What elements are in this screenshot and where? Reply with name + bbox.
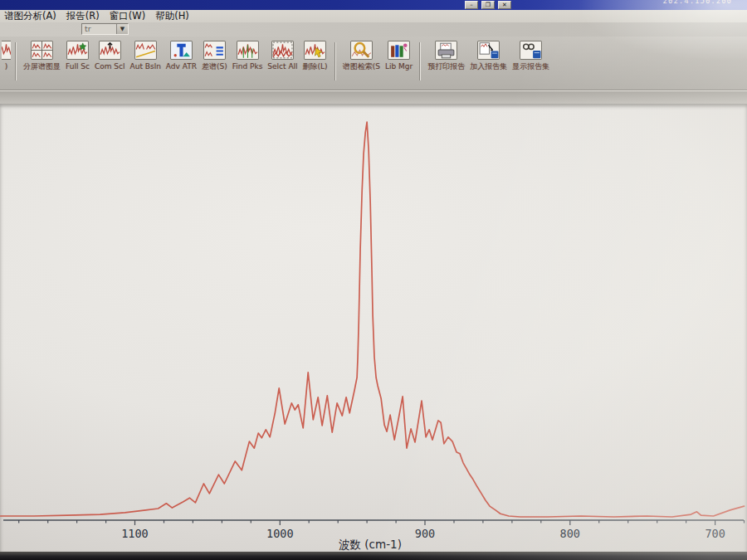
toolbar-button-label: Aut Bsln [130, 62, 161, 71]
spectrum-view: 11001000900800700波数 (cm-1) [0, 104, 747, 552]
toolbar-chart-divider [0, 90, 747, 104]
toolbar-button-auto-baseline[interactable]: Aut Bsln [128, 41, 164, 71]
menu-item-1[interactable]: 报告(R) [63, 10, 106, 22]
main-toolbar: )分屏谱图显Full ScCom SclAut BslnAdv ATR差谱(S)… [0, 37, 747, 90]
photo-timestamp: 202.4.150.200 [663, 0, 732, 5]
toolbar-button-label-peaks[interactable]: 删除(L) [300, 41, 330, 71]
toolbar-button-label: 分屏谱图显 [23, 62, 61, 71]
spectral-search-icon [350, 41, 373, 60]
toolbar-button-print-report[interactable]: 预打印报告 [425, 41, 467, 71]
menu-bar: 谱图分析(A)报告(R)窗口(W)帮助(H) [0, 10, 747, 22]
toolbar-separator [419, 42, 421, 80]
toolbar-button-show-report[interactable]: 显示报告集 [510, 41, 552, 71]
application-window: 202.4.150.200 – ❐ ✕ 谱图分析(A)报告(R)窗口(W)帮助(… [0, 0, 747, 560]
spectrum-selector-dropdown[interactable]: tr ▼ [81, 23, 129, 35]
advanced-atr-icon [170, 41, 193, 60]
toolbar-button-label: 加入报告集 [470, 62, 507, 71]
toolbar-button-advanced-atr[interactable]: Adv ATR [164, 41, 199, 71]
library-manager-icon [388, 41, 410, 60]
x-axis-tick-label: 700 [705, 527, 725, 540]
clipped-icon [2, 41, 11, 60]
secondary-toolbar: tr ▼ [0, 22, 747, 37]
toolbar-button-label: Lib Mgr [385, 62, 413, 71]
subtract-icon [203, 41, 226, 60]
toolbar-button-clipped[interactable]: ) [2, 41, 11, 71]
spectrum-chart: 11001000900800700波数 (cm-1) [0, 104, 747, 552]
title-bar: 202.4.150.200 – ❐ ✕ [0, 0, 747, 10]
show-report-icon [520, 41, 542, 60]
restore-button[interactable]: ❐ [481, 1, 495, 9]
toolbar-button-label: Find Pks [232, 62, 263, 71]
window-controls: – ❐ ✕ [465, 1, 511, 9]
dropdown-arrow-icon[interactable]: ▼ [116, 24, 128, 34]
toolbar-button-label: 删除(L) [303, 62, 328, 71]
x-axis-title: 波数 (cm-1) [339, 538, 402, 551]
x-axis-tick-label: 1000 [266, 527, 294, 540]
label-peaks-icon [304, 41, 326, 60]
screen-bottom-edge [0, 552, 747, 560]
split-display-icon [31, 41, 53, 60]
spectrum-selector-value: tr [82, 24, 116, 34]
add-to-report-icon [477, 41, 500, 60]
auto-baseline-icon [134, 41, 157, 60]
toolbar-button-label: Selct All [267, 62, 297, 71]
toolbar-button-label: 显示报告集 [512, 62, 549, 71]
close-button[interactable]: ✕ [498, 1, 511, 9]
print-report-icon [435, 41, 457, 60]
menu-item-2[interactable]: 窗口(W) [106, 10, 152, 22]
toolbar-button-common-scale[interactable]: Com Scl [92, 41, 128, 71]
toolbar-button-label: ) [5, 62, 8, 71]
toolbar-button-library-manager[interactable]: Lib Mgr [383, 41, 415, 71]
find-peaks-icon [237, 41, 259, 60]
toolbar-button-label: 预打印报告 [427, 62, 465, 71]
common-scale-icon [99, 41, 121, 60]
toolbar-button-select-all[interactable]: Selct All [265, 41, 300, 71]
toolbar-button-label: 差谱(S) [202, 62, 227, 71]
menu-item-3[interactable]: 帮助(H) [152, 10, 196, 22]
x-axis-tick-label: 1100 [121, 527, 149, 540]
toolbar-button-label: Full Sc [66, 62, 90, 71]
toolbar-button-add-to-report[interactable]: 加入报告集 [467, 41, 510, 71]
toolbar-button-subtract[interactable]: 差谱(S) [199, 41, 230, 71]
x-axis-tick-label: 800 [560, 527, 580, 540]
menu-item-0[interactable]: 谱图分析(A) [1, 10, 63, 22]
spectrum-trace [1, 122, 745, 517]
toolbar-button-label: Com Scl [95, 62, 125, 71]
toolbar-button-label: Adv ATR [166, 62, 197, 71]
x-axis-tick-label: 900 [415, 527, 435, 540]
minimize-button[interactable]: – [465, 1, 478, 9]
toolbar-button-full-scale[interactable]: Full Sc [63, 41, 92, 71]
toolbar-button-find-peaks[interactable]: Find Pks [230, 41, 266, 71]
toolbar-separator [334, 42, 336, 80]
toolbar-button-label: 谱图检索(S [343, 62, 380, 71]
toolbar-button-split-display[interactable]: 分屏谱图显 [21, 41, 63, 71]
full-scale-icon [66, 41, 89, 60]
toolbar-separator [15, 42, 17, 80]
select-all-icon [271, 41, 294, 60]
toolbar-button-spectral-search[interactable]: 谱图检索(S [340, 41, 383, 71]
